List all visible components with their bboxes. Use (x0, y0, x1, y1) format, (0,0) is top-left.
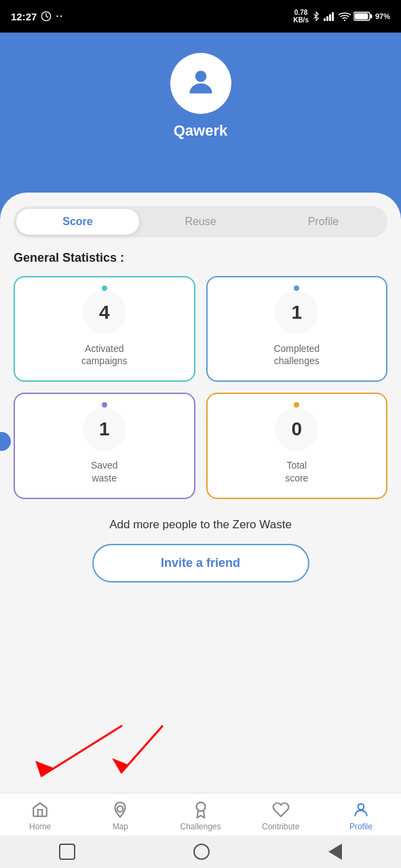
map-icon (111, 800, 130, 819)
nav-item-map[interactable]: Map (80, 800, 160, 831)
network-speed: 0.78KB/s (293, 9, 309, 24)
battery-percent: 97% (375, 12, 390, 20)
bluetooth-icon (311, 12, 321, 21)
profile-nav-icon (351, 800, 370, 819)
nav-label-map: Map (113, 822, 128, 831)
clock-icon (41, 11, 52, 22)
invite-button[interactable]: Invite a friend (92, 544, 309, 583)
svg-point-5 (344, 20, 345, 21)
invite-text: Add more people to the Zero Waste (14, 517, 387, 533)
signal-icon (324, 12, 336, 21)
contribute-icon (271, 800, 290, 819)
svg-marker-13 (112, 758, 129, 773)
section-title: General Statistics : (14, 251, 387, 265)
waste-label: Savedwaste (91, 459, 118, 484)
stat-circle-waste: 1 (83, 408, 126, 451)
blue-indicator (294, 285, 299, 291)
svg-rect-7 (354, 14, 368, 20)
challenges-icon (191, 800, 210, 819)
status-time: 12:27 (11, 11, 37, 22)
svg-rect-4 (332, 12, 334, 21)
nav-square-btn[interactable] (59, 844, 75, 860)
stat-circle-challenges: 1 (275, 291, 318, 334)
stat-card-challenges: 1 Completedchallenges (206, 276, 388, 382)
dots-indicator: ·· (56, 11, 64, 22)
person-icon (184, 65, 218, 99)
svg-point-15 (196, 802, 205, 811)
svg-point-14 (117, 806, 123, 812)
tab-score[interactable]: Score (16, 209, 139, 235)
challenges-label: Completedchallenges (273, 342, 320, 367)
orange-indicator (294, 402, 299, 408)
nav-label-contribute: Contribute (262, 822, 299, 831)
nav-triangle-btn[interactable] (328, 844, 342, 860)
avatar (170, 53, 231, 114)
main-content: General Statistics : 4 Activatedcampaign… (0, 237, 401, 596)
svg-rect-3 (329, 14, 331, 21)
system-nav (0, 835, 401, 868)
invite-section: Add more people to the Zero Waste Invite… (14, 510, 387, 596)
bottom-nav: Home Map Challenges Contribute (0, 793, 401, 835)
svg-line-10 (41, 726, 122, 776)
waste-value: 1 (99, 418, 110, 440)
purple-indicator (102, 402, 107, 408)
nav-circle-btn[interactable] (193, 844, 210, 860)
nav-label-profile: Profile (349, 822, 373, 831)
nav-item-challenges[interactable]: Challenges (160, 800, 240, 831)
wifi-icon (339, 12, 351, 21)
nav-label-home: Home (29, 822, 51, 831)
stat-card-score: 0 Totalscore (206, 393, 388, 498)
score-value: 0 (291, 418, 302, 440)
svg-rect-2 (326, 16, 328, 21)
tab-reuse[interactable]: Reuse (139, 209, 262, 235)
svg-point-16 (358, 804, 364, 810)
tab-profile[interactable]: Profile (262, 209, 385, 235)
status-bar: 12:27 ·· 0.78KB/s 97% (0, 0, 401, 33)
svg-rect-8 (370, 14, 372, 18)
teal-indicator (102, 285, 107, 291)
nav-label-challenges: Challenges (180, 822, 221, 831)
campaigns-label: Activatedcampaigns (81, 342, 128, 367)
header-area: Qawerk (0, 33, 401, 194)
stats-grid: 4 Activatedcampaigns 1 Completedchalleng… (14, 276, 387, 499)
username: Qawerk (174, 122, 228, 140)
status-right: 0.78KB/s 97% (293, 9, 390, 24)
challenges-value: 1 (291, 302, 302, 323)
svg-line-12 (121, 726, 163, 773)
stat-circle-campaigns: 4 (83, 291, 126, 334)
svg-marker-11 (35, 761, 53, 776)
status-left: 12:27 ·· (11, 11, 64, 22)
stat-circle-score: 0 (275, 408, 318, 451)
tabs-container: Score Reuse Profile (14, 206, 387, 237)
home-icon (31, 800, 50, 819)
battery-icon (354, 12, 373, 21)
stat-card-campaigns: 4 Activatedcampaigns (14, 276, 195, 382)
nav-item-home[interactable]: Home (0, 800, 80, 831)
svg-point-9 (195, 71, 206, 82)
arrows-overlay (0, 712, 401, 793)
stat-card-waste: 1 Savedwaste (14, 393, 195, 498)
campaigns-value: 4 (99, 302, 110, 323)
score-label: Totalscore (285, 459, 308, 484)
nav-item-profile[interactable]: Profile (321, 800, 401, 831)
nav-item-contribute[interactable]: Contribute (241, 800, 321, 831)
svg-rect-1 (324, 18, 326, 21)
avatar-icon (184, 65, 218, 102)
